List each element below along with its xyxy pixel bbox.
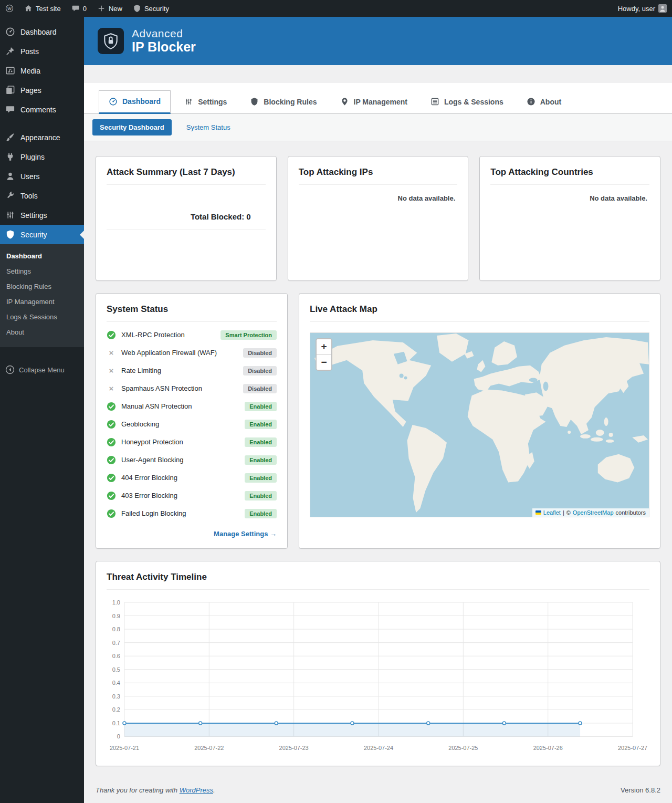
wp-logo-button[interactable]: W xyxy=(0,0,19,17)
sidebar-item-security[interactable]: Security xyxy=(0,225,84,244)
sidebar-item-dashboard[interactable]: Dashboard xyxy=(0,22,84,41)
collapse-menu-button[interactable]: Collapse Menu xyxy=(0,360,84,380)
check-circle-icon xyxy=(107,455,116,465)
wordpress-link[interactable]: WordPress xyxy=(180,786,213,794)
copyright-symbol: © xyxy=(566,509,571,516)
check-circle-icon xyxy=(107,402,116,411)
sidebar-item-comments[interactable]: Comments xyxy=(0,100,84,119)
attack-summary-card: Attack Summary (Last 7 Days) Total Block… xyxy=(96,156,277,281)
status-row-manual-asn-protection: Manual ASN ProtectionEnabled xyxy=(107,398,277,415)
check-circle-icon xyxy=(107,437,116,447)
manage-settings-link[interactable]: Manage Settings → xyxy=(107,530,277,538)
system-status-card: System Status XML-RPC ProtectionSmart Pr… xyxy=(96,293,288,549)
comments-link[interactable]: 0 xyxy=(66,0,92,17)
svg-text:2025-07-27: 2025-07-27 xyxy=(618,745,647,751)
status-label: Rate Limiting xyxy=(121,367,238,374)
summary-cards-row: Attack Summary (Last 7 Days) Total Block… xyxy=(96,156,660,281)
comments-count: 0 xyxy=(83,5,87,13)
plugin-title-bottom: IP Blocker xyxy=(132,39,196,55)
tab-dashboard[interactable]: Dashboard xyxy=(99,90,171,114)
tab-label: Dashboard xyxy=(122,97,161,106)
submenu-item-settings[interactable]: Settings xyxy=(0,264,84,279)
submenu-item-about[interactable]: About xyxy=(0,325,84,340)
sidebar-item-users[interactable]: Users xyxy=(0,166,84,186)
main-area: Advanced IP Blocker DashboardSettingsBlo… xyxy=(84,17,672,803)
world-map xyxy=(310,333,649,517)
sidebar-item-label: Users xyxy=(20,172,40,181)
sidebar-item-tools[interactable]: Tools xyxy=(0,186,84,205)
subtab-security-dashboard[interactable]: Security Dashboard xyxy=(92,119,172,135)
home-icon xyxy=(24,4,33,13)
tab-label: Blocking Rules xyxy=(264,98,317,106)
status-row-xml-rpc-protection: XML-RPC ProtectionSmart Protection xyxy=(107,326,277,344)
sidebar-item-settings[interactable]: Settings xyxy=(0,205,84,225)
openstreetmap-link[interactable]: OpenStreetMap xyxy=(573,509,614,516)
status-label: Web Application Firewall (WAF) xyxy=(121,349,238,357)
comments-icon xyxy=(5,105,15,114)
svg-text:0.5: 0.5 xyxy=(112,666,120,673)
svg-text:2025-07-21: 2025-07-21 xyxy=(110,745,139,751)
howdy-text: Howdy, user xyxy=(618,5,655,13)
sidebar-item-label: Plugins xyxy=(20,153,45,161)
submenu-item-ip-management[interactable]: IP Management xyxy=(0,294,84,309)
status-badge: Enabled xyxy=(245,509,277,518)
tab-ip-management[interactable]: IP Management xyxy=(331,90,417,113)
tab-label: About xyxy=(540,98,561,106)
top-countries-card: Top Attacking Countries No data availabl… xyxy=(479,156,660,281)
pages-icon xyxy=(5,85,15,95)
tab-label: Settings xyxy=(198,98,227,106)
status-badge: Enabled xyxy=(245,420,277,429)
svg-text:2025-07-24: 2025-07-24 xyxy=(364,745,393,751)
sidebar-item-label: Pages xyxy=(20,86,41,95)
total-blocked-label: Total Blocked: xyxy=(191,212,244,221)
status-badge: Disabled xyxy=(243,384,277,393)
new-content-link[interactable]: New xyxy=(92,0,128,17)
sidebar-item-label: Security xyxy=(20,231,47,239)
attack-summary-title: Attack Summary (Last 7 Days) xyxy=(107,167,266,185)
threat-timeline-title: Threat Activity Timeline xyxy=(107,572,649,590)
site-name-link[interactable]: Test site xyxy=(19,0,66,17)
sidebar-item-label: Comments xyxy=(20,106,56,114)
tab-label: Logs & Sessions xyxy=(444,98,503,106)
sidebar-item-media[interactable]: Media xyxy=(0,61,84,80)
account-menu[interactable]: Howdy, user xyxy=(613,0,672,17)
sidebar-item-posts[interactable]: Posts xyxy=(0,41,84,61)
shield-icon xyxy=(5,230,15,239)
sidebar-item-appearance[interactable]: Appearance xyxy=(0,128,84,147)
attack-map[interactable]: + − Leaflet | © OpenStreetMap contributo… xyxy=(310,332,649,517)
subtab-system-status[interactable]: System Status xyxy=(186,123,230,131)
status-badge: Enabled xyxy=(245,491,277,500)
top-countries-title: Top Attacking Countries xyxy=(490,167,649,185)
submenu-item-dashboard[interactable]: Dashboard xyxy=(0,248,84,264)
submenu-item-blocking-rules[interactable]: Blocking Rules xyxy=(0,279,84,294)
security-adminbar-link[interactable]: Security xyxy=(128,0,174,17)
zoom-in-button[interactable]: + xyxy=(317,339,331,354)
top-ips-empty: No data available. xyxy=(299,194,458,202)
zoom-out-button[interactable]: − xyxy=(317,354,331,370)
plugin-title: Advanced IP Blocker xyxy=(132,27,196,55)
admin-sidebar: DashboardPostsMediaPagesCommentsAppearan… xyxy=(0,17,84,803)
svg-text:0.9: 0.9 xyxy=(112,612,120,619)
tab-about[interactable]: About xyxy=(517,90,571,113)
svg-text:0.7: 0.7 xyxy=(112,639,120,645)
check-circle-icon xyxy=(107,509,116,518)
attack-map-card: Live Attack Map xyxy=(299,293,660,549)
status-row-rate-limiting: ×Rate LimitingDisabled xyxy=(107,362,277,380)
leaflet-link[interactable]: Leaflet xyxy=(543,509,561,516)
submenu-item-logs-sessions[interactable]: Logs & Sessions xyxy=(0,309,84,325)
svg-text:2025-07-23: 2025-07-23 xyxy=(279,745,309,751)
status-row-403-error-blocking: 403 Error BlockingEnabled xyxy=(107,487,277,505)
tab-logs-sessions[interactable]: Logs & Sessions xyxy=(421,90,513,113)
tab-blocking-rules[interactable]: Blocking Rules xyxy=(240,90,326,113)
status-badge: Disabled xyxy=(243,366,277,376)
footer-version: Version 6.8.2 xyxy=(621,786,660,794)
avatar xyxy=(658,4,667,13)
sidebar-item-pages[interactable]: Pages xyxy=(0,80,84,100)
list-icon xyxy=(430,97,439,106)
status-badge: Disabled xyxy=(243,348,277,358)
status-map-row: System Status XML-RPC ProtectionSmart Pr… xyxy=(96,293,660,549)
tab-settings[interactable]: Settings xyxy=(175,90,236,113)
sidebar-item-plugins[interactable]: Plugins xyxy=(0,147,84,166)
status-label: 403 Error Blocking xyxy=(121,492,239,499)
status-row-failed-login-blocking: Failed Login BlockingEnabled xyxy=(107,505,277,523)
